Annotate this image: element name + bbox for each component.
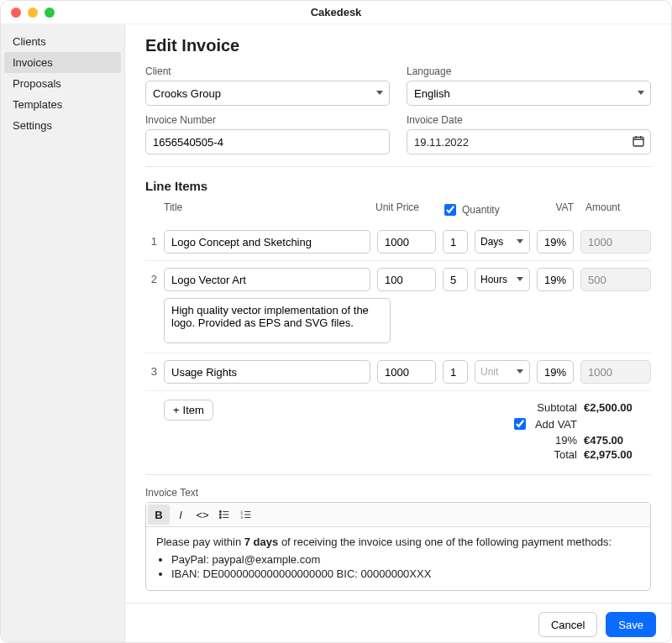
item-unit-price-input[interactable] <box>377 268 436 291</box>
col-title: Title <box>164 201 369 213</box>
total-value: €2,975.00 <box>584 448 651 461</box>
invoice-date-input[interactable]: 19.11.2022 <box>407 129 651 154</box>
line-item-row: 2 Hours 500 High quality vector implemen… <box>145 261 651 353</box>
invoice-date-value: 19.11.2022 <box>414 136 469 149</box>
bullet-list-icon <box>218 509 230 520</box>
col-amount: Amount <box>580 201 651 213</box>
row-index: 2 <box>145 268 157 285</box>
item-vat-input[interactable] <box>537 360 574 384</box>
item-qty-input[interactable] <box>443 360 468 384</box>
bullet-list-button[interactable] <box>213 504 235 525</box>
item-qty-input[interactable] <box>443 230 468 254</box>
invoice-text-prefix: Please pay within <box>156 536 244 548</box>
item-title-input[interactable] <box>164 268 370 291</box>
invoice-text-bullet: PayPal: paypal@example.com <box>171 553 640 566</box>
invoice-date-label: Invoice Date <box>407 114 651 126</box>
save-button[interactable]: Save <box>606 612 656 637</box>
item-amount: 500 <box>580 268 651 291</box>
invoice-text-bullet: IBAN: DE0000000000000000000 BIC: 0000000… <box>171 567 640 580</box>
invoice-text-bold: 7 days <box>244 536 278 548</box>
line-items-heading: Line Items <box>145 179 651 193</box>
sidebar-item-templates[interactable]: Templates <box>1 94 124 115</box>
item-title-input[interactable] <box>164 360 370 384</box>
numbered-list-button[interactable]: 123 <box>235 504 257 525</box>
code-icon: <> <box>196 509 208 521</box>
line-item-row: 1 Days 1000 <box>145 223 651 261</box>
item-unit-price-input[interactable] <box>377 230 436 254</box>
item-qty-input[interactable] <box>443 268 468 291</box>
sidebar: Clients Invoices Proposals Templates Set… <box>1 24 125 642</box>
page-title: Edit Invoice <box>145 36 651 55</box>
editor-content[interactable]: Please pay within 7 days of receiving th… <box>146 527 650 590</box>
client-select[interactable]: Crooks Group <box>145 81 390 106</box>
svg-point-1 <box>219 511 221 513</box>
add-vat-label: Add VAT <box>535 418 577 431</box>
total-label: Total <box>554 448 577 461</box>
totals: Subtotal€2,500.00 Add VAT 19%€475.00 Tot… <box>511 400 651 463</box>
vat-value: €475.00 <box>584 434 651 447</box>
svg-point-2 <box>219 514 221 515</box>
maximize-window-icon[interactable] <box>45 8 55 18</box>
window-title: Cakedesk <box>311 6 362 18</box>
sidebar-item-clients[interactable]: Clients <box>1 31 124 52</box>
sidebar-item-proposals[interactable]: Proposals <box>1 73 124 94</box>
svg-point-3 <box>219 517 221 519</box>
add-item-label: Item <box>183 404 204 416</box>
line-item-row: 3 Unit 1000 <box>145 353 651 391</box>
client-label: Client <box>145 65 390 77</box>
plus-icon: + <box>173 404 180 416</box>
cancel-button[interactable]: Cancel <box>538 612 597 637</box>
quantity-toggle-checkbox[interactable] <box>444 204 456 216</box>
code-button[interactable]: <> <box>192 504 213 525</box>
add-vat-checkbox[interactable] <box>514 418 526 430</box>
bold-button[interactable]: B <box>148 504 170 525</box>
col-quantity: Quantity <box>462 204 500 216</box>
titlebar: Cakedesk <box>1 1 671 24</box>
row-index: 3 <box>145 360 157 378</box>
item-amount: 1000 <box>580 230 651 254</box>
footer: Cancel Save <box>125 603 671 642</box>
invoice-number-label: Invoice Number <box>145 114 390 126</box>
item-unit-select[interactable]: Unit <box>475 360 530 384</box>
svg-rect-0 <box>633 137 643 146</box>
svg-text:3: 3 <box>241 515 244 520</box>
close-window-icon[interactable] <box>11 8 21 18</box>
item-title-input[interactable] <box>164 230 370 254</box>
subtotal-label: Subtotal <box>537 401 577 414</box>
item-amount: 1000 <box>580 360 651 384</box>
invoice-text-editor: B I <> 123 Please pay within 7 days of r… <box>145 502 651 591</box>
row-index: 1 <box>145 230 157 248</box>
invoice-text-suffix: of receiving the invoice using one of th… <box>278 536 612 548</box>
numbered-list-icon: 123 <box>240 509 252 520</box>
language-label: Language <box>407 65 651 77</box>
calendar-icon[interactable] <box>632 134 645 150</box>
invoice-number-input[interactable] <box>145 129 390 154</box>
item-vat-input[interactable] <box>537 268 574 291</box>
item-description-input[interactable]: High quality vector implementation of th… <box>164 298 391 343</box>
divider <box>145 166 651 167</box>
sidebar-item-invoices[interactable]: Invoices <box>4 52 121 73</box>
item-unit-select[interactable]: Days <box>475 230 530 254</box>
divider <box>145 474 651 475</box>
item-unit-price-input[interactable] <box>377 360 436 384</box>
italic-button[interactable]: I <box>170 504 192 525</box>
add-item-button[interactable]: + Item <box>164 400 213 421</box>
invoice-text-label: Invoice Text <box>145 487 651 499</box>
editor-toolbar: B I <> 123 <box>146 503 650 527</box>
item-vat-input[interactable] <box>537 230 574 254</box>
item-unit-select[interactable]: Hours <box>475 268 530 291</box>
minimize-window-icon[interactable] <box>28 8 38 18</box>
sidebar-item-settings[interactable]: Settings <box>1 115 124 136</box>
language-select[interactable]: English <box>407 81 651 106</box>
subtotal-value: €2,500.00 <box>584 401 651 414</box>
col-vat: VAT <box>537 201 574 213</box>
vat-rate-label: 19% <box>555 434 577 447</box>
col-unit-price: Unit Price <box>375 201 434 213</box>
